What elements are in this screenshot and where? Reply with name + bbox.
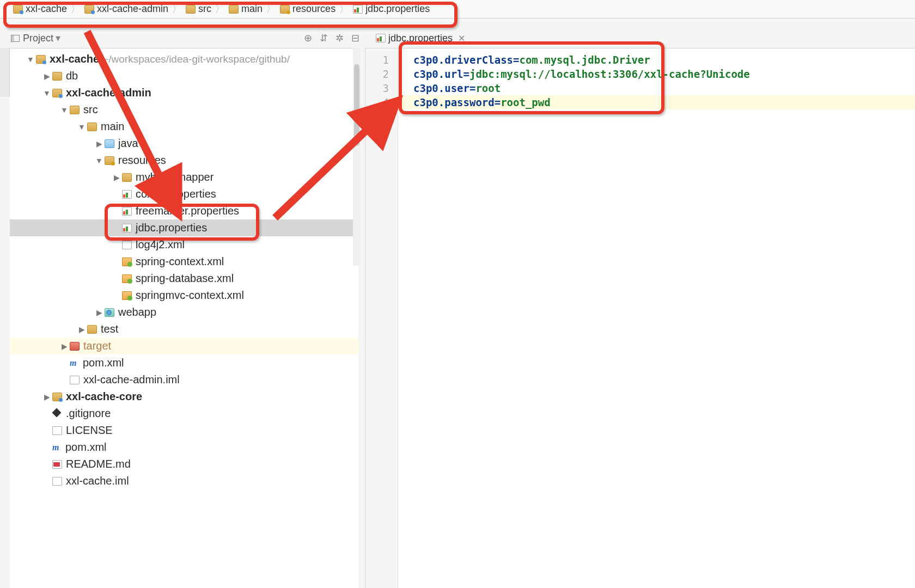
code-line[interactable]: c3p0.driverClass=com.mysql.jdbc.Driver [413, 53, 915, 67]
tree-row-pom-xml[interactable]: ▶mpom.xml [10, 354, 358, 371]
tree-label: db [66, 70, 78, 82]
code-line[interactable]: c3p0.user=root [413, 81, 915, 95]
breadcrumb-label: xxl-cache [26, 3, 67, 15]
tree-label: xxl-cache-core [66, 390, 142, 403]
folder-icon [87, 122, 97, 131]
tree-row-xxl-cache-admin-iml[interactable]: ▶xxl-cache-admin.iml [10, 371, 358, 388]
folder-icon [229, 5, 239, 14]
project-tree-scrollbar[interactable] [353, 48, 361, 266]
target-icon[interactable]: ⊕ [304, 32, 312, 44]
collapsed-arrow-icon[interactable]: ▶ [94, 139, 105, 148]
tree-row--gitignore[interactable]: ▶.gitignore [10, 405, 358, 422]
tree-row-resources[interactable]: ▼resources [10, 152, 358, 169]
tree-row-xxl-cache-admin[interactable]: ▼xxl-cache-admin [10, 84, 358, 101]
spring-file-icon [122, 291, 132, 300]
tree-row-jdbc-properties[interactable]: ▶jdbc.properties [10, 219, 358, 236]
tree-label: spring-context.xml [136, 255, 224, 268]
markdown-file-icon [52, 460, 62, 469]
gutter-line-number: 2 [365, 67, 398, 81]
tree-label: jdbc.properties [136, 222, 207, 234]
tree-row-test[interactable]: ▶test [10, 321, 358, 338]
tree-label: mybatis-mapper [136, 171, 213, 183]
file-icon [70, 376, 80, 384]
hide-icon[interactable]: ⊟ [351, 32, 359, 44]
code-line[interactable]: c3p0.url=jdbc:mysql://localhost:3306/xxl… [413, 67, 915, 81]
tree-row-webapp[interactable]: ▶webapp [10, 304, 358, 321]
properties-file-icon [376, 34, 386, 42]
editor-tabs: jdbc.properties ✕ [370, 30, 471, 46]
properties-file-icon [122, 224, 132, 232]
tree-row-springmvc-context-xml[interactable]: ▶springmvc-context.xml [10, 287, 358, 304]
tree-row-spring-context-xml[interactable]: ▶spring-context.xml [10, 253, 358, 270]
editor-tab-jdbc[interactable]: jdbc.properties ✕ [370, 30, 471, 46]
breadcrumb-item-resources[interactable]: resources [278, 0, 338, 18]
expanded-arrow-icon[interactable]: ▼ [59, 106, 70, 114]
tree-row-pom-xml[interactable]: ▶mpom.xml [10, 439, 358, 456]
tree-row-LICENSE[interactable]: ▶LICENSE [10, 422, 358, 439]
tree-row-xxl-cache-core[interactable]: ▶xxl-cache-core [10, 388, 358, 405]
properties-file-icon [122, 207, 132, 216]
tree-label: test [101, 323, 118, 335]
collapsed-arrow-icon[interactable]: ▶ [59, 342, 70, 351]
breadcrumb-label: jdbc.properties [365, 3, 430, 15]
tree-label: webapp [118, 306, 156, 318]
folder-icon [13, 5, 23, 14]
expanded-arrow-icon[interactable]: ▼ [25, 55, 36, 64]
folder-icon [105, 139, 114, 148]
breadcrumb-item-xxl-cache-admin[interactable]: xxl-cache-admin [82, 0, 170, 18]
tree-row-config-properties[interactable]: ▶config.properties [10, 186, 358, 203]
breadcrumb-label: xxl-cache-admin [97, 3, 168, 15]
tree-row-main[interactable]: ▼main [10, 118, 358, 135]
breadcrumb-separator: 〉 [215, 2, 225, 16]
code-line[interactable]: c3p0.password=root_pwd [398, 95, 915, 109]
breadcrumb-label: main [241, 3, 263, 15]
breadcrumb-separator: 〉 [172, 2, 182, 16]
project-tree[interactable]: ▼xxl-cache~/workspaces/idea-git-workspac… [10, 48, 358, 489]
editor-area[interactable]: 1234 c3p0.driverClass=com.mysql.jdbc.Dri… [365, 48, 915, 588]
tree-row-freemarker-properties[interactable]: ▶freemarker.properties [10, 203, 358, 219]
breadcrumb-item-jdbc-properties[interactable]: jdbc.properties [351, 0, 432, 18]
tree-row-mybatis-mapper[interactable]: ▶mybatis-mapper [10, 169, 358, 186]
tree-label: .gitignore [66, 407, 111, 420]
breadcrumb-item-main[interactable]: main [227, 0, 265, 18]
breadcrumb-separator: 〉 [70, 2, 81, 16]
tree-row-src[interactable]: ▼src [10, 101, 358, 118]
gutter-line-number: 1 [365, 53, 398, 67]
expanded-arrow-icon[interactable]: ▼ [41, 89, 52, 97]
tree-row-xxl-cache-iml[interactable]: ▶xxl-cache.iml [10, 473, 358, 489]
tree-row-xxl-cache[interactable]: ▼xxl-cache~/workspaces/idea-git-workspac… [10, 51, 358, 68]
gutter-line-number: 3 [365, 81, 398, 95]
tree-row-target[interactable]: ▶target [10, 338, 358, 354]
tree-label: freemarker.properties [136, 205, 239, 217]
folder-icon [87, 325, 97, 334]
dropdown-icon[interactable]: ▾ [56, 32, 60, 44]
folder-icon [186, 5, 196, 14]
side-tab-strip[interactable] [0, 48, 10, 97]
expanded-arrow-icon[interactable]: ▼ [76, 122, 87, 131]
breadcrumb-item-xxl-cache[interactable]: xxl-cache [11, 0, 69, 18]
tree-row-java[interactable]: ▶java [10, 135, 358, 152]
tree-row-spring-database-xml[interactable]: ▶spring-database.xml [10, 270, 358, 287]
collapsed-arrow-icon[interactable]: ▶ [76, 325, 87, 334]
close-tab-icon[interactable]: ✕ [458, 33, 465, 44]
folder-icon [52, 393, 62, 401]
collapsed-arrow-icon[interactable]: ▶ [94, 308, 105, 317]
gear-icon[interactable]: ✲ [335, 32, 344, 44]
expanded-arrow-icon[interactable]: ▼ [94, 156, 105, 165]
gitignore-icon [52, 409, 62, 418]
breadcrumb-item-src[interactable]: src [184, 0, 213, 18]
tree-path-suffix: ~/workspaces/idea-git-workspace/github/ [102, 53, 290, 65]
tree-row-log4j2-xml[interactable]: ▶log4j2.xml [10, 236, 358, 253]
collapsed-arrow-icon[interactable]: ▶ [111, 173, 122, 182]
tree-row-db[interactable]: ▶db [10, 68, 358, 84]
editor-code[interactable]: c3p0.driverClass=com.mysql.jdbc.Driverc3… [398, 48, 915, 588]
folder-icon [84, 5, 94, 14]
collapse-icon[interactable]: ⇵ [320, 32, 328, 44]
tree-label: xxl-cache-admin [66, 87, 151, 99]
collapsed-arrow-icon[interactable]: ▶ [41, 72, 52, 81]
tree-label: xxl-cache [50, 53, 99, 65]
collapsed-arrow-icon[interactable]: ▶ [41, 393, 52, 401]
tree-row-README-md[interactable]: ▶README.md [10, 456, 358, 473]
file-icon [52, 477, 62, 486]
tree-label: xxl-cache-admin.iml [83, 373, 180, 386]
